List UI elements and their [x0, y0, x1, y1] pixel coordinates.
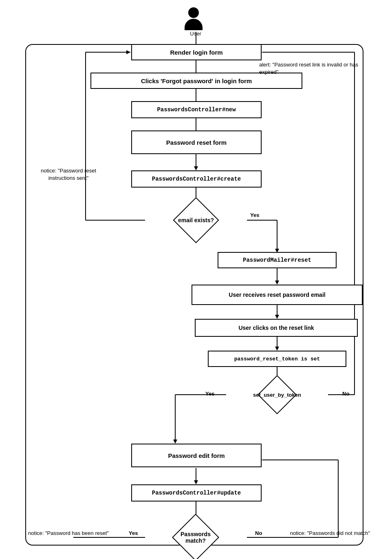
email-exists-diamond: email exists? [145, 200, 247, 241]
user-label: User [183, 31, 208, 37]
user-icon [185, 7, 203, 30]
notice-no-match-label: notice: "Passwords did not match" [281, 530, 379, 536]
diagram-container: User Render login form Clicks 'Forgot pa… [0, 0, 392, 559]
set-user-token-no-label: No [342, 391, 349, 397]
user-clicks-reset: User clicks on the reset link [195, 319, 358, 337]
set-user-token-yes-label: Yes [205, 391, 214, 397]
set-user-by-token-diamond: set_user_by_token [216, 378, 338, 411]
notice-reset-label: notice: "Password has been reset" [28, 530, 109, 536]
passwords-match-yes-label: Yes [129, 530, 138, 536]
notice-instructions-label: notice: "Password reset instructions sen… [28, 167, 109, 182]
passwords-match-diamond: Passwords match? [134, 517, 257, 558]
email-exists-yes-label: Yes [250, 212, 259, 218]
password-reset-form: Password reset form [131, 130, 262, 154]
passwords-controller-update: PasswordsController#update [131, 484, 262, 502]
passwords-controller-new: PasswordsController#new [131, 101, 262, 118]
render-login-form: Render login form [131, 44, 262, 60]
passwords-match-no-label: No [255, 530, 262, 536]
alert-invalid-label: alert: "Password reset link is invalid o… [259, 61, 377, 76]
password-edit-form: Password edit form [131, 444, 262, 467]
password-reset-token: password_reset_token is set [208, 351, 346, 367]
user-receives-email: User receives reset password email [192, 285, 363, 305]
password-mailer-reset: PasswordMailer#reset [218, 252, 337, 268]
passwords-controller-create: PasswordsController#create [131, 170, 262, 188]
